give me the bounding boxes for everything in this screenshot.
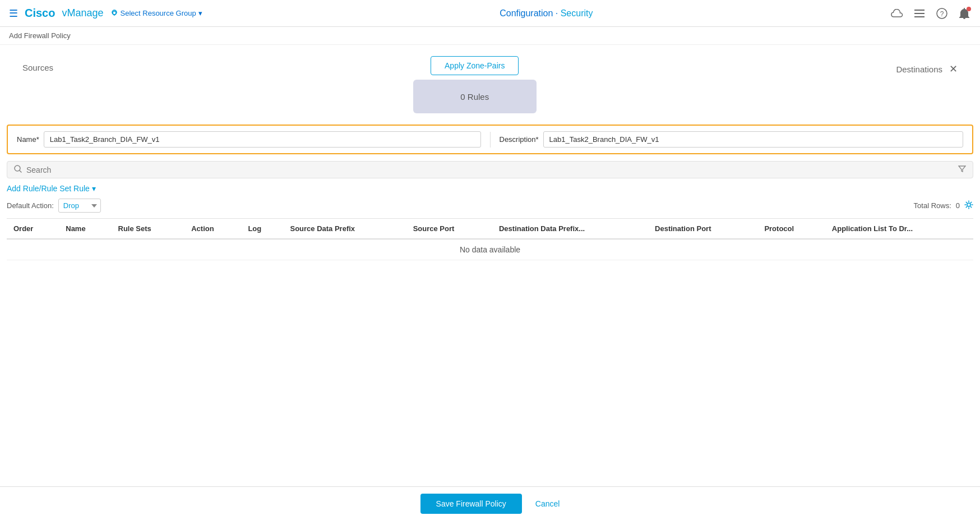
top-nav: ☰ Cisco vManage Select Resource Group ▾ … <box>0 0 980 27</box>
destinations-label: Destinations <box>896 65 942 74</box>
no-data-row: No data available <box>7 239 973 260</box>
col-source-port: Source Port <box>406 219 492 239</box>
page-header: Add Firewall Policy <box>0 27 980 45</box>
svg-rect-2 <box>914 13 924 14</box>
desc-input[interactable] <box>543 131 963 148</box>
rules-table: Order Name Rule Sets Action Log Source D… <box>7 219 973 260</box>
table-header-row: Order Name Rule Sets Action Log Source D… <box>7 219 973 239</box>
col-dest-port: Destination Port <box>648 219 757 239</box>
table-body: No data available <box>7 239 973 260</box>
col-rule-sets: Rule Sets <box>112 219 185 239</box>
table-head: Order Name Rule Sets Action Log Source D… <box>7 219 973 239</box>
nav-center: Configuration · Security <box>500 8 593 19</box>
col-dest-data-prefix: Destination Data Prefix... <box>492 219 648 239</box>
section-title: Security <box>561 8 593 18</box>
default-action-select[interactable]: Drop Pass Inspect <box>58 199 101 213</box>
resource-group-label: Select Resource Group <box>121 9 196 17</box>
separator: · <box>556 8 561 18</box>
default-action-left: Default Action: Drop Pass Inspect <box>7 199 101 213</box>
resource-group-arrow: ▾ <box>198 9 202 17</box>
name-field-group: Name* <box>17 131 481 148</box>
apply-zone-pairs-button[interactable]: Apply Zone-Pairs <box>431 56 519 75</box>
add-rule-label: Add Rule/Rule Set Rule <box>7 184 90 193</box>
svg-rect-1 <box>914 10 924 11</box>
default-action-bar: Default Action: Drop Pass Inspect Total … <box>0 196 980 218</box>
sources-label: Sources <box>22 56 53 72</box>
col-source-data-prefix: Source Data Prefix <box>283 219 406 239</box>
desc-label: Description* <box>500 135 539 144</box>
col-protocol: Protocol <box>757 219 825 239</box>
col-action: Action <box>184 219 241 239</box>
help-icon[interactable]: ? <box>935 7 949 20</box>
total-rows: Total Rows: 0 <box>914 200 973 211</box>
cisco-logo: Cisco <box>25 7 55 20</box>
total-rows-label: Total Rows: <box>914 201 951 210</box>
col-name: Name <box>59 219 111 239</box>
no-data-cell: No data available <box>7 239 973 260</box>
col-log: Log <box>241 219 283 239</box>
cloud-icon[interactable] <box>890 7 904 20</box>
add-rule-chevron: ▾ <box>92 184 96 193</box>
col-app-list: Application List To Dr... <box>825 219 973 239</box>
zone-right: Destinations ✕ <box>896 56 958 75</box>
zone-pairs-section: Sources Apply Zone-Pairs 0 Rules Destina… <box>0 45 980 125</box>
table-container: Order Name Rule Sets Action Log Source D… <box>7 218 973 260</box>
hamburger-icon[interactable]: ☰ <box>9 7 18 20</box>
search-icon <box>14 165 22 174</box>
zone-pairs-center: Apply Zone-Pairs 0 Rules <box>413 56 537 113</box>
name-input[interactable] <box>44 131 481 148</box>
menu-lines-icon[interactable] <box>913 7 926 20</box>
nav-right: ? <box>890 7 971 20</box>
nav-left: ☰ Cisco vManage Select Resource Group ▾ <box>9 7 202 20</box>
location-icon <box>110 10 118 17</box>
page-title: Configuration <box>500 8 553 18</box>
vmanage-text: vManage <box>62 7 103 19</box>
add-rule-button[interactable]: Add Rule/Rule Set Rule ▾ <box>7 184 96 193</box>
breadcrumb: Add Firewall Policy <box>9 31 71 40</box>
col-order: Order <box>7 219 59 239</box>
svg-rect-3 <box>914 16 924 17</box>
desc-field-group: Description* <box>500 131 964 148</box>
notification-icon[interactable] <box>958 7 971 20</box>
total-rows-value: 0 <box>956 201 960 210</box>
filter-icon[interactable] <box>958 165 966 174</box>
gear-icon[interactable] <box>964 200 973 211</box>
svg-point-8 <box>967 203 970 206</box>
search-input[interactable] <box>26 165 954 174</box>
rules-count: 0 Rules <box>460 92 489 102</box>
resource-group-selector[interactable]: Select Resource Group ▾ <box>110 9 202 17</box>
add-rule-section: Add Rule/Rule Set Rule ▾ <box>0 178 980 196</box>
name-desc-bar: Name* Description* <box>7 125 973 154</box>
notification-dot <box>967 7 971 11</box>
close-destinations-button[interactable]: ✕ <box>949 63 958 75</box>
svg-text:?: ? <box>940 10 944 18</box>
name-label: Name* <box>17 135 39 144</box>
field-divider <box>490 132 491 148</box>
rules-count-box: 0 Rules <box>413 80 537 113</box>
search-bar <box>7 161 973 178</box>
default-action-label: Default Action: <box>7 201 54 210</box>
svg-line-7 <box>20 171 21 172</box>
